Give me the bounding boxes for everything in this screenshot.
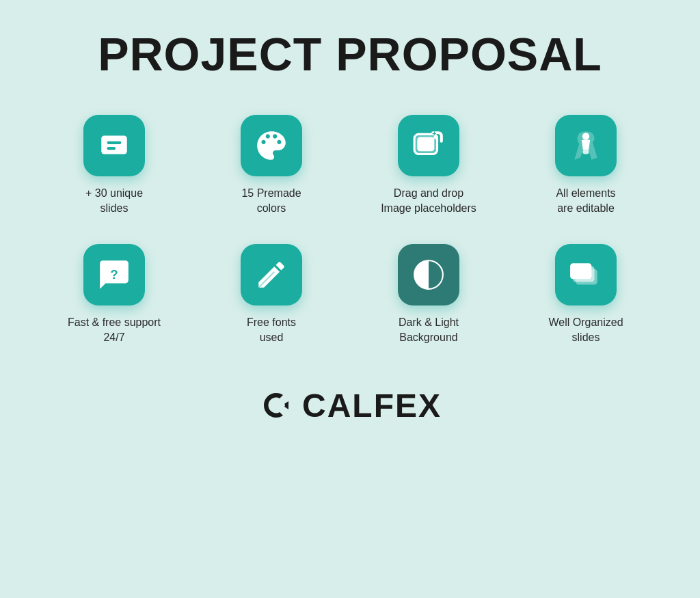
feature-unique-slides: + 30 uniqueslides — [42, 115, 186, 217]
page-wrapper: PROJECT PROPOSAL + 30 uniqueslides 15 Pr… — [0, 0, 700, 598]
feature-premade-colors: 15 Premadecolors — [200, 115, 343, 217]
fonts-icon — [254, 258, 288, 292]
edit-pen-icon — [569, 128, 603, 163]
editable-icon-box — [555, 115, 617, 176]
fonts-icon-box — [241, 244, 302, 305]
brand-name: CALFEX — [302, 387, 442, 424]
svg-rect-0 — [101, 135, 127, 154]
svg-rect-2 — [107, 147, 116, 150]
svg-rect-14 — [570, 263, 591, 279]
svg-text:+: + — [432, 130, 436, 137]
editable-label: All elementsare editable — [556, 186, 615, 217]
premade-colors-icon-box — [241, 115, 302, 176]
feature-drag-drop: + Drag and dropImage placeholders — [357, 115, 500, 217]
feature-support: ? Fast & free support24/7 — [42, 244, 186, 346]
drag-drop-icon-box: + — [398, 115, 459, 176]
organized-icon-box — [555, 244, 617, 305]
support-icon-box: ? — [83, 244, 145, 305]
background-label: Dark & LightBackground — [399, 315, 459, 346]
support-label: Fast & free support24/7 — [68, 315, 161, 346]
brand-logo-icon — [258, 388, 294, 423]
svg-rect-8 — [583, 150, 589, 154]
fonts-label: Free fontsused — [247, 315, 296, 346]
feature-background: Dark & LightBackground — [357, 244, 500, 346]
slides-icon — [97, 128, 131, 163]
feature-fonts: Free fontsused — [200, 244, 343, 346]
background-icon-box — [398, 244, 459, 305]
image-placeholder-icon: + — [412, 128, 446, 163]
page-title: PROJECT PROPOSAL — [98, 27, 602, 81]
unique-slides-icon-box — [83, 115, 145, 176]
feature-organized: Well Organizedslides — [514, 244, 658, 346]
svg-point-7 — [582, 133, 589, 139]
features-grid: + 30 uniqueslides 15 Premadecolors + — [42, 115, 658, 346]
svg-rect-4 — [417, 137, 434, 152]
drag-drop-label: Drag and dropImage placeholders — [381, 186, 476, 217]
support-icon: ? — [97, 258, 131, 292]
contrast-icon — [412, 258, 446, 292]
palette-icon — [254, 128, 288, 163]
brand-section: CALFEX — [258, 387, 442, 424]
layers-icon — [569, 258, 603, 292]
organized-label: Well Organizedslides — [548, 315, 623, 346]
svg-rect-1 — [107, 141, 122, 144]
svg-text:?: ? — [110, 267, 118, 282]
feature-editable: All elementsare editable — [514, 115, 658, 217]
unique-slides-label: + 30 uniqueslides — [85, 186, 143, 217]
premade-colors-label: 15 Premadecolors — [241, 186, 301, 217]
